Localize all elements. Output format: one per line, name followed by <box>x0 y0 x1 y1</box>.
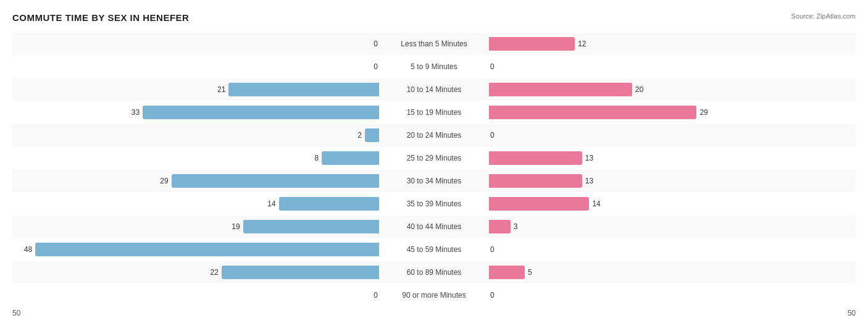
chart-row: 825 to 29 Minutes13 <box>12 147 856 169</box>
male-bar: 14 <box>279 197 379 211</box>
female-value: 20 <box>632 85 643 94</box>
male-value: 19 <box>232 222 243 231</box>
male-value: 8 <box>315 154 322 162</box>
female-value: 3 <box>511 222 518 231</box>
female-zero-value: 0 <box>489 245 495 254</box>
male-value: 2 <box>357 131 365 140</box>
left-section: 14 <box>12 193 383 215</box>
row-label: 15 to 19 Minutes <box>383 108 485 117</box>
chart-row: 05 to 9 Minutes0 <box>12 56 856 78</box>
female-bar: 14 <box>489 197 589 211</box>
female-bar: 20 <box>489 83 632 96</box>
right-section: 12 <box>485 33 856 55</box>
male-bar: 29 <box>172 174 379 188</box>
left-section: 22 <box>12 261 383 283</box>
female-zero-value: 0 <box>489 291 495 300</box>
left-section: 0 <box>12 284 383 306</box>
male-bar: 33 <box>143 106 379 119</box>
row-label: Less than 5 Minutes <box>383 40 485 48</box>
bottom-labels: 50 50 <box>12 309 856 317</box>
right-section: 0 <box>485 56 856 78</box>
female-value: 14 <box>589 199 600 208</box>
female-value: 13 <box>582 177 593 185</box>
female-bar: 29 <box>489 106 696 119</box>
chart-row: 2260 to 89 Minutes5 <box>12 261 856 283</box>
left-section: 0 <box>12 56 383 78</box>
male-value: 48 <box>24 245 35 254</box>
left-section: 19 <box>12 216 383 238</box>
left-section: 33 <box>12 101 383 124</box>
right-section: 20 <box>485 78 856 101</box>
female-value: 13 <box>582 154 593 162</box>
male-value: 14 <box>267 199 278 208</box>
female-value: 12 <box>575 40 586 48</box>
female-bar: 13 <box>489 174 582 188</box>
row-label: 35 to 39 Minutes <box>383 199 485 208</box>
right-section: 13 <box>485 147 856 169</box>
left-section: 21 <box>12 78 383 101</box>
right-section: 0 <box>485 124 856 146</box>
female-zero-value: 0 <box>489 131 495 140</box>
source-label: Source: ZipAtlas.com <box>791 12 856 20</box>
left-section: 8 <box>12 147 383 169</box>
right-section: 13 <box>485 170 856 192</box>
row-label: 60 to 89 Minutes <box>383 268 485 277</box>
male-value: 33 <box>131 108 143 117</box>
female-value: 5 <box>525 268 532 277</box>
male-zero-value: 0 <box>373 62 379 71</box>
chart-title: COMMUTE TIME BY SEX IN HENEFER <box>12 12 856 23</box>
right-section: 0 <box>485 238 856 261</box>
right-section: 3 <box>485 216 856 238</box>
left-section: 0 <box>12 33 383 55</box>
row-label: 5 to 9 Minutes <box>383 62 485 71</box>
row-label: 90 or more Minutes <box>383 291 485 300</box>
male-bar: 48 <box>35 243 379 256</box>
left-section: 29 <box>12 170 383 192</box>
chart-row: 220 to 24 Minutes0 <box>12 124 856 146</box>
female-bar: 13 <box>489 151 582 165</box>
right-section: 14 <box>485 193 856 215</box>
row-label: 45 to 59 Minutes <box>383 245 485 254</box>
male-zero-value: 0 <box>373 291 379 300</box>
male-bar: 8 <box>322 151 379 165</box>
chart-row: 3315 to 19 Minutes29 <box>12 101 856 124</box>
axis-left-label: 50 <box>12 309 384 317</box>
male-zero-value: 0 <box>373 40 379 48</box>
row-label: 25 to 29 Minutes <box>383 154 485 162</box>
female-bar: 3 <box>489 220 511 233</box>
chart-row: 2110 to 14 Minutes20 <box>12 78 856 101</box>
male-value: 22 <box>210 268 221 277</box>
female-bar: 12 <box>489 37 575 51</box>
chart-row: 1435 to 39 Minutes14 <box>12 193 856 215</box>
row-label: 30 to 34 Minutes <box>383 177 485 185</box>
chart-area: 0Less than 5 Minutes1205 to 9 Minutes021… <box>12 33 856 306</box>
female-zero-value: 0 <box>489 62 495 71</box>
left-section: 48 <box>12 238 383 261</box>
chart-row: 1940 to 44 Minutes3 <box>12 216 856 238</box>
female-value: 29 <box>696 108 707 117</box>
row-label: 40 to 44 Minutes <box>383 222 485 231</box>
female-bar: 5 <box>489 266 525 279</box>
chart-row: 0Less than 5 Minutes12 <box>12 33 856 55</box>
male-value: 29 <box>160 177 171 185</box>
chart-container: COMMUTE TIME BY SEX IN HENEFER Source: Z… <box>0 0 868 323</box>
male-value: 21 <box>217 85 228 94</box>
male-bar: 21 <box>228 83 379 96</box>
right-section: 5 <box>485 261 856 283</box>
axis-right-label: 50 <box>484 309 856 317</box>
right-section: 29 <box>485 101 856 124</box>
chart-row: 2930 to 34 Minutes13 <box>12 170 856 192</box>
row-label: 20 to 24 Minutes <box>383 131 485 140</box>
male-bar: 22 <box>222 266 379 279</box>
male-bar: 2 <box>365 128 379 142</box>
male-bar: 19 <box>243 220 379 233</box>
chart-row: 4845 to 59 Minutes0 <box>12 238 856 261</box>
left-section: 2 <box>12 124 383 146</box>
row-label: 10 to 14 Minutes <box>383 85 485 94</box>
right-section: 0 <box>485 284 856 306</box>
chart-row: 090 or more Minutes0 <box>12 284 856 306</box>
